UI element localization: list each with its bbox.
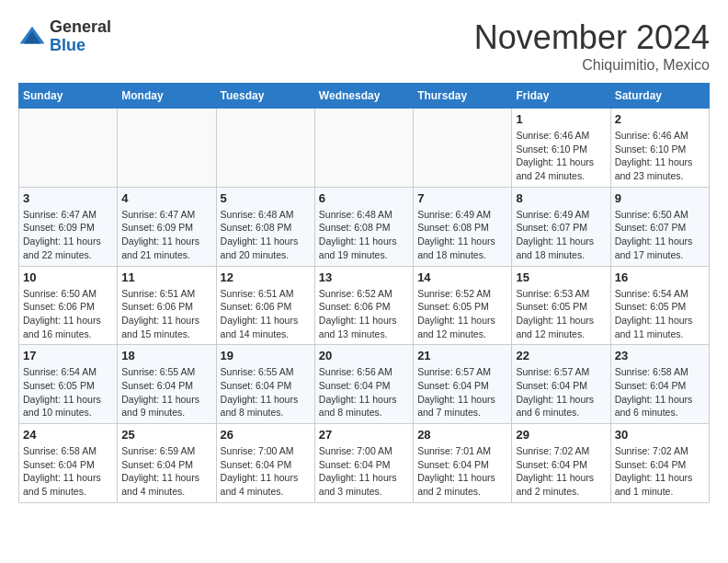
calendar-cell: 6Sunrise: 6:48 AM Sunset: 6:08 PM Daylig… — [314, 187, 413, 266]
logo: General Blue — [18, 18, 111, 55]
day-number: 30 — [615, 428, 705, 442]
calendar-cell: 16Sunrise: 6:54 AM Sunset: 6:05 PM Dayli… — [610, 266, 709, 345]
day-info: Sunrise: 6:56 AM Sunset: 6:04 PM Dayligh… — [319, 365, 409, 419]
calendar-cell: 15Sunrise: 6:53 AM Sunset: 6:05 PM Dayli… — [512, 266, 610, 345]
calendar-cell: 23Sunrise: 6:58 AM Sunset: 6:04 PM Dayli… — [610, 345, 709, 424]
day-info: Sunrise: 6:46 AM Sunset: 6:10 PM Dayligh… — [615, 129, 705, 183]
day-number: 5 — [221, 191, 311, 205]
day-info: Sunrise: 6:54 AM Sunset: 6:05 PM Dayligh… — [23, 365, 113, 419]
day-number: 9 — [615, 191, 705, 205]
day-number: 19 — [221, 349, 311, 362]
calendar-cell — [216, 109, 314, 188]
calendar-week-4: 17Sunrise: 6:54 AM Sunset: 6:05 PM Dayli… — [19, 345, 710, 424]
calendar-cell: 19Sunrise: 6:55 AM Sunset: 6:04 PM Dayli… — [216, 345, 314, 424]
calendar-cell: 24Sunrise: 6:58 AM Sunset: 6:04 PM Dayli… — [19, 424, 118, 503]
calendar-cell — [118, 109, 216, 188]
day-info: Sunrise: 7:02 AM Sunset: 6:04 PM Dayligh… — [516, 444, 606, 499]
day-info: Sunrise: 6:48 AM Sunset: 6:08 PM Dayligh… — [319, 208, 409, 262]
calendar-cell: 2Sunrise: 6:46 AM Sunset: 6:10 PM Daylig… — [610, 109, 709, 188]
calendar-body: 1Sunrise: 6:46 AM Sunset: 6:10 PM Daylig… — [19, 109, 710, 503]
calendar-cell — [314, 109, 413, 188]
calendar-cell: 8Sunrise: 6:49 AM Sunset: 6:07 PM Daylig… — [512, 187, 610, 266]
calendar-cell: 18Sunrise: 6:55 AM Sunset: 6:04 PM Dayli… — [118, 345, 216, 424]
weekday-header-thursday: Thursday — [414, 84, 512, 109]
day-number: 18 — [121, 349, 211, 362]
calendar-week-3: 10Sunrise: 6:50 AM Sunset: 6:06 PM Dayli… — [19, 266, 710, 345]
calendar-cell: 26Sunrise: 7:00 AM Sunset: 6:04 PM Dayli… — [216, 424, 314, 503]
day-info: Sunrise: 6:58 AM Sunset: 6:04 PM Dayligh… — [615, 365, 705, 419]
day-info: Sunrise: 6:57 AM Sunset: 6:04 PM Dayligh… — [516, 365, 606, 419]
day-info: Sunrise: 6:51 AM Sunset: 6:06 PM Dayligh… — [121, 287, 211, 341]
calendar-cell: 10Sunrise: 6:50 AM Sunset: 6:06 PM Dayli… — [19, 266, 118, 345]
calendar-cell: 21Sunrise: 6:57 AM Sunset: 6:04 PM Dayli… — [414, 345, 512, 424]
day-number: 22 — [516, 349, 606, 362]
weekday-header-friday: Friday — [512, 84, 610, 109]
day-number: 7 — [417, 191, 507, 205]
calendar-cell: 5Sunrise: 6:48 AM Sunset: 6:08 PM Daylig… — [216, 187, 314, 266]
calendar: SundayMondayTuesdayWednesdayThursdayFrid… — [18, 83, 710, 503]
calendar-cell: 11Sunrise: 6:51 AM Sunset: 6:06 PM Dayli… — [118, 266, 216, 345]
day-number: 6 — [319, 191, 409, 205]
day-info: Sunrise: 6:46 AM Sunset: 6:10 PM Dayligh… — [516, 129, 606, 183]
calendar-cell: 9Sunrise: 6:50 AM Sunset: 6:07 PM Daylig… — [610, 187, 709, 266]
day-number: 23 — [615, 349, 705, 362]
calendar-cell: 30Sunrise: 7:02 AM Sunset: 6:04 PM Dayli… — [610, 424, 709, 503]
day-info: Sunrise: 7:00 AM Sunset: 6:04 PM Dayligh… — [221, 444, 311, 499]
location-subtitle: Chiquimitio, Mexico — [474, 57, 710, 74]
day-number: 14 — [417, 270, 507, 284]
day-info: Sunrise: 6:52 AM Sunset: 6:06 PM Dayligh… — [319, 287, 409, 341]
calendar-cell: 25Sunrise: 6:59 AM Sunset: 6:04 PM Dayli… — [118, 424, 216, 503]
day-info: Sunrise: 6:58 AM Sunset: 6:04 PM Dayligh… — [23, 444, 113, 499]
day-info: Sunrise: 6:50 AM Sunset: 6:07 PM Dayligh… — [615, 208, 705, 262]
day-number: 2 — [615, 112, 705, 126]
day-info: Sunrise: 6:55 AM Sunset: 6:04 PM Dayligh… — [121, 365, 211, 419]
calendar-cell: 1Sunrise: 6:46 AM Sunset: 6:10 PM Daylig… — [512, 109, 610, 188]
calendar-cell: 3Sunrise: 6:47 AM Sunset: 6:09 PM Daylig… — [19, 187, 118, 266]
day-number: 16 — [615, 270, 705, 284]
day-info: Sunrise: 6:55 AM Sunset: 6:04 PM Dayligh… — [221, 365, 311, 419]
calendar-cell: 4Sunrise: 6:47 AM Sunset: 6:09 PM Daylig… — [118, 187, 216, 266]
calendar-cell: 17Sunrise: 6:54 AM Sunset: 6:05 PM Dayli… — [19, 345, 118, 424]
calendar-cell — [19, 109, 118, 188]
day-number: 25 — [121, 428, 211, 442]
day-info: Sunrise: 6:53 AM Sunset: 6:05 PM Dayligh… — [516, 287, 606, 341]
day-number: 24 — [23, 428, 113, 442]
calendar-cell: 22Sunrise: 6:57 AM Sunset: 6:04 PM Dayli… — [512, 345, 610, 424]
calendar-cell: 28Sunrise: 7:01 AM Sunset: 6:04 PM Dayli… — [414, 424, 512, 503]
day-number: 17 — [23, 349, 113, 362]
day-info: Sunrise: 6:47 AM Sunset: 6:09 PM Dayligh… — [23, 208, 113, 262]
day-number: 28 — [417, 428, 507, 442]
weekday-header-row: SundayMondayTuesdayWednesdayThursdayFrid… — [19, 84, 710, 109]
calendar-cell: 12Sunrise: 6:51 AM Sunset: 6:06 PM Dayli… — [216, 266, 314, 345]
weekday-header-wednesday: Wednesday — [314, 84, 413, 109]
day-info: Sunrise: 6:54 AM Sunset: 6:05 PM Dayligh… — [615, 287, 705, 341]
header: General Blue November 2024 Chiquimitio, … — [18, 18, 710, 74]
calendar-cell: 14Sunrise: 6:52 AM Sunset: 6:05 PM Dayli… — [414, 266, 512, 345]
day-info: Sunrise: 6:49 AM Sunset: 6:07 PM Dayligh… — [516, 208, 606, 262]
day-info: Sunrise: 6:57 AM Sunset: 6:04 PM Dayligh… — [417, 365, 507, 419]
day-info: Sunrise: 6:50 AM Sunset: 6:06 PM Dayligh… — [23, 287, 113, 341]
day-number: 10 — [23, 270, 113, 284]
day-info: Sunrise: 7:02 AM Sunset: 6:04 PM Dayligh… — [615, 444, 705, 499]
day-number: 29 — [516, 428, 606, 442]
calendar-cell — [414, 109, 512, 188]
weekday-header-tuesday: Tuesday — [216, 84, 314, 109]
calendar-cell: 29Sunrise: 7:02 AM Sunset: 6:04 PM Dayli… — [512, 424, 610, 503]
day-info: Sunrise: 6:52 AM Sunset: 6:05 PM Dayligh… — [417, 287, 507, 341]
day-number: 15 — [516, 270, 606, 284]
day-info: Sunrise: 7:01 AM Sunset: 6:04 PM Dayligh… — [417, 444, 507, 499]
month-title: November 2024 — [474, 18, 710, 57]
weekday-header-sunday: Sunday — [19, 84, 118, 109]
day-info: Sunrise: 7:00 AM Sunset: 6:04 PM Dayligh… — [319, 444, 409, 499]
calendar-cell: 27Sunrise: 7:00 AM Sunset: 6:04 PM Dayli… — [314, 424, 413, 503]
day-number: 12 — [221, 270, 311, 284]
calendar-week-5: 24Sunrise: 6:58 AM Sunset: 6:04 PM Dayli… — [19, 424, 710, 503]
weekday-header-monday: Monday — [118, 84, 216, 109]
title-area: November 2024 Chiquimitio, Mexico — [474, 18, 710, 74]
day-number: 27 — [319, 428, 409, 442]
calendar-cell: 7Sunrise: 6:49 AM Sunset: 6:08 PM Daylig… — [414, 187, 512, 266]
day-number: 13 — [319, 270, 409, 284]
calendar-cell: 20Sunrise: 6:56 AM Sunset: 6:04 PM Dayli… — [314, 345, 413, 424]
day-number: 20 — [319, 349, 409, 362]
day-info: Sunrise: 6:47 AM Sunset: 6:09 PM Dayligh… — [121, 208, 211, 262]
